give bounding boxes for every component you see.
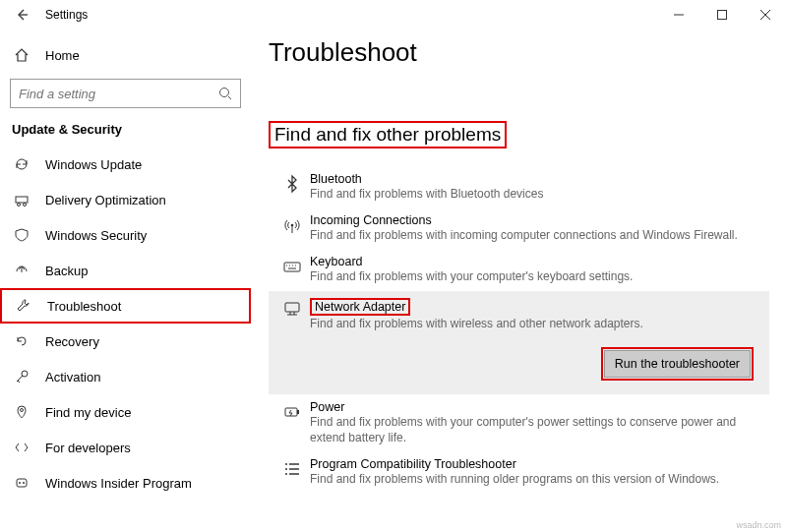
svg-point-9 (24, 204, 27, 207)
sidebar-item-find-my-device[interactable]: Find my device (0, 394, 251, 430)
troubleshoot-item-program-compatibility[interactable]: Program Compatibility Troubleshooter Fin… (269, 451, 769, 493)
developer-icon (12, 440, 31, 455)
sidebar-item-windows-update[interactable]: Windows Update (0, 147, 251, 182)
back-button[interactable] (8, 1, 35, 29)
sync-icon (12, 156, 31, 172)
troubleshoot-item-name: Incoming Connections (310, 213, 769, 227)
window-title: Settings (45, 8, 88, 22)
search-input[interactable] (19, 87, 218, 101)
recovery-icon (12, 333, 31, 349)
svg-point-5 (220, 89, 229, 97)
titlebar: Settings (0, 0, 787, 30)
svg-rect-7 (16, 197, 28, 203)
sidebar-item-windows-insider[interactable]: Windows Insider Program (0, 465, 251, 501)
run-troubleshooter-button[interactable]: Run the troubleshooter (604, 350, 751, 378)
network-adapter-icon (274, 297, 310, 381)
troubleshoot-item-keyboard[interactable]: Keyboard Find and fix problems with your… (269, 249, 769, 290)
sidebar-item-label: Recovery (45, 334, 99, 349)
location-icon (12, 404, 31, 420)
sidebar-item-label: Find my device (45, 405, 131, 420)
troubleshoot-item-name: Power (310, 400, 769, 414)
key-icon (12, 369, 31, 384)
troubleshoot-item-name: Keyboard (310, 255, 769, 268)
keyboard-icon (274, 255, 310, 284)
sidebar-item-label: Troubleshoot (47, 299, 121, 314)
svg-rect-2 (718, 11, 727, 20)
close-icon (760, 10, 770, 20)
delivery-icon (12, 192, 31, 207)
sidebar-item-delivery-optimization[interactable]: Delivery Optimization (0, 182, 251, 217)
arrow-left-icon (15, 8, 29, 22)
svg-line-6 (228, 96, 231, 99)
troubleshoot-item-name: Program Compatibility Troubleshooter (310, 457, 769, 471)
page-title: Troubleshoot (269, 37, 769, 68)
svg-rect-28 (297, 410, 299, 414)
run-button-highlight: Run the troubleshooter (601, 347, 754, 381)
troubleshoot-item-name: Bluetooth (310, 172, 769, 186)
sidebar-item-label: Windows Update (45, 157, 142, 172)
svg-point-8 (18, 204, 21, 207)
minimize-button[interactable] (657, 0, 700, 30)
window-controls (657, 0, 787, 30)
sidebar-item-backup[interactable]: Backup (0, 253, 251, 288)
troubleshoot-item-network-adapter[interactable]: Network Adapter Find and fix problems wi… (269, 291, 769, 394)
troubleshoot-item-desc: Find and fix problems with incoming comp… (310, 227, 769, 243)
bluetooth-icon (274, 172, 310, 202)
svg-point-11 (21, 409, 24, 412)
svg-point-14 (23, 482, 25, 484)
main-content: Troubleshoot Find and fix other problems… (251, 30, 787, 532)
sidebar-item-recovery[interactable]: Recovery (0, 324, 251, 359)
power-icon (274, 400, 310, 445)
sidebar-item-label: Delivery Optimization (45, 193, 166, 207)
svg-rect-23 (285, 303, 299, 312)
minimize-icon (674, 10, 684, 20)
troubleshoot-item-desc: Find and fix problems with wireless and … (310, 316, 769, 331)
sidebar-item-label: Backup (45, 264, 88, 278)
troubleshoot-item-bluetooth[interactable]: Bluetooth Find and fix problems with Blu… (269, 166, 769, 207)
troubleshoot-item-power[interactable]: Power Find and fix problems with your co… (269, 394, 769, 451)
watermark: wsadn.com (736, 520, 781, 530)
shield-icon (12, 227, 31, 243)
troubleshoot-item-desc: Find and fix problems with your computer… (310, 268, 769, 284)
search-box[interactable] (10, 79, 241, 108)
sidebar-item-label: For developers (45, 441, 131, 455)
list-icon (274, 457, 310, 487)
antenna-icon (274, 213, 310, 243)
close-button[interactable] (744, 0, 787, 30)
maximize-icon (717, 10, 727, 20)
sidebar: Home Update & Security Windows Update De… (0, 30, 251, 532)
troubleshoot-item-incoming-connections[interactable]: Incoming Connections Find and fix proble… (269, 207, 769, 249)
sidebar-item-windows-security[interactable]: Windows Security (0, 217, 251, 253)
home-link[interactable]: Home (0, 39, 251, 71)
section-header: Find and fix other problems (269, 121, 507, 148)
troubleshoot-item-desc: Find and fix problems with running older… (310, 471, 769, 487)
home-label: Home (45, 48, 80, 63)
search-icon (218, 87, 232, 100)
svg-rect-17 (284, 263, 300, 271)
sidebar-item-label: Windows Security (45, 228, 147, 243)
sidebar-item-label: Activation (45, 370, 100, 384)
faded-description (269, 74, 769, 86)
sidebar-item-troubleshoot[interactable]: Troubleshoot (0, 288, 251, 324)
troubleshoot-item-desc: Find and fix problems with your computer… (310, 414, 769, 445)
sidebar-item-for-developers[interactable]: For developers (0, 430, 251, 465)
troubleshoot-item-desc: Find and fix problems with Bluetooth dev… (310, 186, 769, 202)
svg-point-16 (291, 224, 294, 227)
insider-icon (12, 475, 31, 491)
wrench-icon (14, 298, 33, 314)
sidebar-item-label: Windows Insider Program (45, 476, 192, 491)
maximize-button[interactable] (700, 0, 744, 30)
svg-point-13 (19, 482, 21, 484)
troubleshoot-item-name: Network Adapter (310, 298, 410, 316)
home-icon (12, 47, 31, 63)
svg-rect-12 (17, 479, 27, 487)
category-header: Update & Security (0, 122, 251, 147)
sidebar-item-activation[interactable]: Activation (0, 359, 251, 394)
backup-icon (12, 263, 31, 278)
